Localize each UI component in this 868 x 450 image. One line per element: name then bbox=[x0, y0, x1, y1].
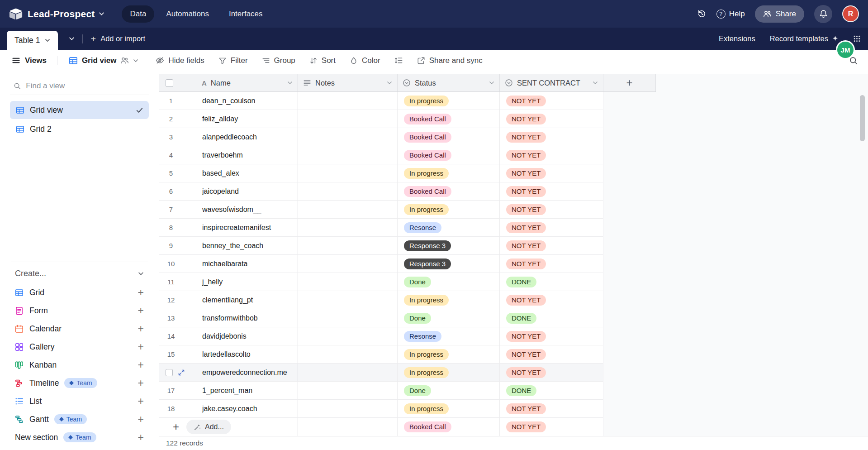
add-view-button[interactable]: + bbox=[138, 396, 144, 407]
cell-name[interactable]: wavesofwisdom__ bbox=[198, 201, 298, 218]
status-chip[interactable]: NOT YET bbox=[506, 114, 546, 124]
cell-name[interactable]: j_helly bbox=[198, 273, 298, 291]
status-chip[interactable]: DONE bbox=[506, 313, 536, 324]
create-section-toggle[interactable]: Create... bbox=[10, 262, 149, 283]
expand-record-icon[interactable] bbox=[178, 369, 185, 376]
cell-status[interactable]: Booked Call bbox=[398, 418, 500, 436]
sidebar-create-item-new-section[interactable]: New sectionTeam+ bbox=[10, 428, 149, 446]
table-row[interactable]: 5based_alexIn progressNOT YET bbox=[159, 164, 603, 182]
row-number-cell[interactable]: 8 bbox=[159, 219, 198, 236]
status-chip[interactable]: In progress bbox=[404, 204, 449, 215]
cell-status[interactable]: In progress bbox=[398, 201, 500, 218]
cell-notes[interactable] bbox=[298, 237, 398, 254]
chevron-down-icon[interactable] bbox=[593, 81, 598, 85]
cell-status[interactable]: Done bbox=[398, 273, 500, 291]
cell-notes[interactable] bbox=[298, 382, 398, 399]
cell-notes[interactable] bbox=[298, 364, 398, 381]
cell-name[interactable]: jaicopeland bbox=[198, 182, 298, 200]
cell-sent-contract[interactable]: DONE bbox=[500, 273, 603, 291]
views-sidebar-toggle-button[interactable]: Views bbox=[7, 53, 51, 68]
status-chip[interactable]: NOT YET bbox=[506, 132, 546, 143]
cell-name[interactable]: alanpeddlecoach bbox=[198, 128, 298, 146]
cell-notes[interactable] bbox=[298, 110, 398, 128]
cell-notes[interactable] bbox=[298, 164, 398, 182]
status-chip[interactable]: Resonse bbox=[404, 222, 441, 233]
table-row[interactable]: 14davidjdebonisResonseNOT YET bbox=[159, 327, 603, 345]
help-button[interactable]: ? Help bbox=[716, 10, 745, 19]
table-row[interactable]: 7wavesofwisdom__In progressNOT YET bbox=[159, 201, 603, 219]
cell-name[interactable]: clementliang_pt bbox=[198, 291, 298, 309]
add-view-button[interactable]: + bbox=[138, 287, 144, 298]
cell-notes[interactable] bbox=[298, 273, 398, 291]
row-number-cell[interactable]: 10 bbox=[159, 255, 198, 273]
status-chip[interactable]: NOT YET bbox=[506, 367, 546, 378]
status-chip[interactable]: In progress bbox=[404, 295, 449, 306]
notifications-bell-icon[interactable] bbox=[814, 5, 832, 23]
sidebar-create-item-kanban[interactable]: Kanban+ bbox=[10, 356, 149, 374]
add-or-import-button[interactable]: + Add or import bbox=[90, 34, 145, 43]
row-height-button[interactable] bbox=[389, 53, 408, 68]
add-record-button[interactable]: Add... bbox=[186, 420, 231, 434]
cell-name[interactable]: feliz_allday bbox=[198, 110, 298, 128]
cell-sent-contract[interactable]: DONE bbox=[500, 309, 603, 327]
cell-sent-contract[interactable]: NOT YET bbox=[500, 128, 603, 146]
add-view-button[interactable]: + bbox=[138, 360, 144, 370]
status-chip[interactable]: Booked Call bbox=[404, 186, 451, 197]
table-row[interactable]: 6jaicopelandBooked CallNOT YET bbox=[159, 182, 603, 201]
nav-tab-automations[interactable]: Automations bbox=[158, 5, 217, 23]
table-row[interactable]: 2feliz_alldayBooked CallNOT YET bbox=[159, 110, 603, 128]
cell-notes[interactable] bbox=[298, 182, 398, 200]
cell-name[interactable]: transformwithbob bbox=[198, 309, 298, 327]
cell-status[interactable]: Response 3 bbox=[398, 255, 500, 273]
grid-view-button[interactable]: Grid view bbox=[63, 53, 144, 68]
cell-name[interactable]: inspirecreatemanifest bbox=[198, 219, 298, 236]
cell-sent-contract[interactable]: NOT YET bbox=[500, 345, 603, 363]
chevron-down-icon[interactable] bbox=[287, 81, 293, 85]
cell-status[interactable]: Booked Call bbox=[398, 146, 500, 164]
table-row[interactable]: 3alanpeddlecoachBooked CallNOT YET bbox=[159, 128, 603, 146]
cell-name[interactable]: traverboehm bbox=[198, 146, 298, 164]
cell-notes[interactable] bbox=[298, 309, 398, 327]
table-row[interactable]: 10michaelbarataResponse 3NOT YET bbox=[159, 255, 603, 273]
table-row[interactable]: 171_percent_manDoneDONE bbox=[159, 382, 603, 400]
sidebar-create-item-timeline[interactable]: TimelineTeam+ bbox=[10, 374, 149, 392]
status-chip[interactable]: Booked Call bbox=[404, 114, 451, 124]
filter-button[interactable]: Filter bbox=[213, 53, 253, 68]
cell-notes[interactable] bbox=[298, 201, 398, 218]
status-chip[interactable]: In progress bbox=[404, 96, 449, 106]
cell-notes[interactable] bbox=[298, 418, 398, 436]
sidebar-view-grid-view[interactable]: Grid view bbox=[10, 101, 149, 119]
status-chip[interactable]: NOT YET bbox=[506, 204, 546, 215]
cell-name[interactable]: benney_the_coach bbox=[198, 237, 298, 254]
cell-notes[interactable] bbox=[298, 327, 398, 345]
find-view-box[interactable] bbox=[10, 77, 149, 95]
status-chip[interactable]: NOT YET bbox=[506, 168, 546, 179]
table-row[interactable]: 1dean_n_coulsonIn progressNOT YET bbox=[159, 92, 603, 110]
status-chip[interactable]: NOT YET bbox=[506, 222, 546, 233]
row-number-cell[interactable]: 5 bbox=[159, 164, 198, 182]
row-number-cell[interactable]: 11 bbox=[159, 273, 198, 291]
status-chip[interactable]: NOT YET bbox=[506, 421, 546, 432]
cell-name[interactable]: michaelbarata bbox=[198, 255, 298, 273]
table-row[interactable]: 15lartedellascoltoIn progressNOT YET bbox=[159, 345, 603, 364]
record-templates-button[interactable]: Record templates bbox=[770, 34, 839, 43]
table-row[interactable]: 9benney_the_coachResponse 3NOT YET bbox=[159, 237, 603, 255]
table-row[interactable]: 12clementliang_ptIn progressNOT YET bbox=[159, 291, 603, 309]
row-number-cell[interactable]: 4 bbox=[159, 146, 198, 164]
cell-status[interactable]: Booked Call bbox=[398, 182, 500, 200]
status-chip[interactable]: In progress bbox=[404, 349, 449, 360]
column-header-name[interactable]: A Name bbox=[198, 74, 298, 91]
sidebar-create-item-gantt[interactable]: GanttTeam+ bbox=[10, 410, 149, 428]
cell-status[interactable]: Booked Call bbox=[398, 128, 500, 146]
status-chip[interactable]: In progress bbox=[404, 403, 449, 414]
nav-tab-data[interactable]: Data bbox=[122, 5, 154, 23]
user-avatar[interactable]: R bbox=[842, 5, 859, 22]
find-view-input[interactable] bbox=[26, 81, 145, 91]
cell-sent-contract[interactable]: DONE bbox=[500, 382, 603, 399]
status-chip[interactable]: Done bbox=[404, 313, 431, 324]
status-chip[interactable]: DONE bbox=[506, 385, 536, 396]
vertical-scrollbar[interactable] bbox=[860, 95, 865, 141]
status-chip[interactable]: NOT YET bbox=[506, 403, 546, 414]
status-chip[interactable]: Response 3 bbox=[404, 259, 451, 269]
cell-status[interactable]: Done bbox=[398, 382, 500, 399]
